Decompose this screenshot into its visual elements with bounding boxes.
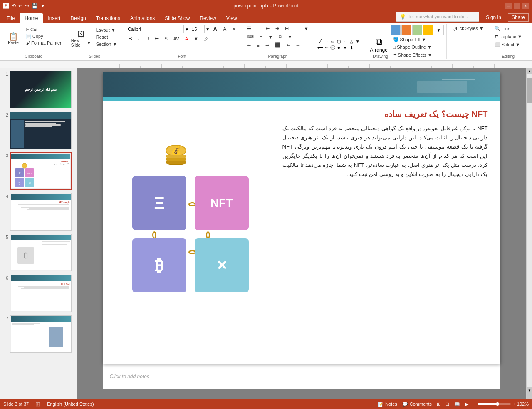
slide-thumb-5[interactable]: 5 ₿	[2, 233, 75, 272]
copy-button[interactable]: 📄 Copy	[24, 33, 63, 40]
shape-curve[interactable]: ⌒	[361, 39, 367, 45]
decrease-indent-button[interactable]: ⇤	[263, 25, 272, 32]
slide-thumb-7[interactable]: 7	[2, 315, 75, 354]
find-button[interactable]: 🔍 Find	[492, 25, 525, 32]
slide-thumb-4[interactable]: 4 تاریخچه NFT	[2, 192, 75, 231]
align-text-arrow[interactable]: ▼	[266, 34, 275, 40]
restore-button[interactable]: □	[514, 3, 520, 9]
replace-button[interactable]: ⇄ Replace ▼	[492, 33, 525, 40]
comments-button[interactable]: 💬 Comments	[402, 402, 432, 407]
clear-format-button[interactable]: ✕	[230, 26, 238, 33]
text-highlight-button[interactable]: 🖊	[202, 35, 211, 42]
underline-button[interactable]: U	[143, 35, 151, 42]
increase-indent-button[interactable]: ⇥	[273, 25, 282, 32]
tell-me-search[interactable]: 💡 Tell me what you want to do...	[396, 12, 479, 22]
font-color-arrow[interactable]: ▼	[191, 35, 201, 42]
notes-button[interactable]: 📝 Notes	[378, 402, 397, 407]
align-center-button[interactable]: ≡	[254, 42, 262, 49]
notes-area[interactable]: Click to add notes	[103, 364, 500, 389]
tab-slideshow[interactable]: Slide Show	[160, 13, 195, 23]
tab-insert[interactable]: Insert	[43, 13, 65, 23]
align-right-button[interactable]: ➡	[263, 42, 272, 49]
strikethrough-button[interactable]: S	[153, 35, 161, 42]
zoom-slider[interactable]	[478, 403, 511, 405]
line-spacing-arrow[interactable]: ▼	[302, 25, 311, 32]
new-slide-button[interactable]: 🖼 New Slide ▼	[69, 30, 93, 48]
arrange-button[interactable]: ⧉ Arrange	[369, 36, 389, 53]
slide-thumb-2[interactable]: 2	[2, 111, 75, 150]
tab-view[interactable]: View	[221, 13, 242, 23]
style-box-1[interactable]	[391, 25, 401, 35]
shape-more[interactable]: ▼	[355, 39, 361, 45]
slide-thumb-1[interactable]: 1 بسم الله الرحمن الرحیم	[2, 70, 75, 109]
scroll-down-button[interactable]: ▼	[527, 387, 532, 393]
tab-animations[interactable]: Animations	[125, 13, 160, 23]
minimize-button[interactable]: ─	[505, 3, 512, 9]
font-decrease-button[interactable]: A	[220, 25, 229, 33]
italic-button[interactable]: I	[136, 35, 142, 42]
font-increase-button[interactable]: A	[210, 25, 220, 33]
shape-arrow[interactable]: →	[324, 39, 329, 45]
main-slide-canvas[interactable]: 💰	[103, 72, 500, 364]
section-button[interactable]: Section ▼	[94, 41, 120, 47]
reset-button[interactable]: Reset	[94, 34, 120, 40]
rtl-button[interactable]: ⇐	[284, 42, 293, 49]
shape-star[interactable]: ★	[336, 45, 342, 51]
shape-oval[interactable]: ○	[342, 39, 348, 45]
paste-button[interactable]: 📋 Paste	[4, 32, 22, 46]
shape-connector[interactable]: ⟵	[317, 45, 323, 51]
slide-thumb-3[interactable]: 3 Ξ NFT ₿	[2, 151, 75, 191]
columns-button[interactable]: ⊞	[282, 25, 291, 32]
shape-fill-button[interactable]: 🪣 Shape Fill ▼	[391, 36, 444, 43]
shape-heart[interactable]: ♥	[342, 45, 348, 51]
slide-show-button[interactable]: ▶	[465, 402, 468, 407]
shape-effects-button[interactable]: ✦ Shape Effects ▼	[391, 51, 444, 58]
shape-rect[interactable]: ▭	[330, 39, 336, 45]
ltr-button[interactable]: ⇒	[294, 42, 302, 49]
numbering-button[interactable]: ≡	[255, 25, 262, 32]
tab-transitions[interactable]: Transitions	[91, 13, 125, 23]
text-direction-button[interactable]: ⌨	[245, 33, 256, 40]
tab-design[interactable]: Design	[65, 13, 91, 23]
scroll-thumb[interactable]	[527, 78, 532, 103]
slide-sorter-button[interactable]: ⊟	[445, 402, 449, 407]
scroll-up-button[interactable]: ▲	[527, 68, 532, 74]
zoom-out-button[interactable]: −	[473, 402, 476, 407]
format-painter-button[interactable]: 🖌 Format Painter	[24, 40, 63, 46]
bold-button[interactable]: B	[126, 35, 134, 42]
align-text-button[interactable]: ≡	[257, 34, 265, 40]
line-spacing-button[interactable]: ≣	[292, 25, 301, 32]
share-button[interactable]: Share	[508, 13, 529, 22]
close-button[interactable]: ✕	[522, 3, 529, 9]
bullets-button[interactable]: ☰	[245, 25, 254, 32]
shape-callout[interactable]: 💬	[330, 45, 336, 51]
shape-outline-button[interactable]: □ Shape Outline ▼	[391, 44, 444, 50]
font-color-button[interactable]: A	[183, 35, 191, 42]
quick-styles-arrow[interactable]: ▼	[434, 25, 444, 35]
reading-view-button[interactable]: 📖	[454, 402, 460, 407]
select-button[interactable]: ⬜ Select ▼	[492, 41, 525, 48]
shape-down-arrow[interactable]: ⬇	[349, 45, 354, 51]
normal-view-button[interactable]: ⊞	[437, 402, 440, 407]
shape-rounded[interactable]: ▢	[336, 39, 342, 45]
tab-home[interactable]: Home	[20, 13, 43, 23]
shape-tri[interactable]: △	[349, 39, 354, 45]
justify-button[interactable]: ⬛	[272, 42, 283, 49]
layout-button[interactable]: Layout ▼	[94, 27, 120, 33]
tab-review[interactable]: Review	[195, 13, 221, 23]
quick-styles-button[interactable]: Quick Styles ▼	[450, 25, 486, 32]
slide-thumb-6[interactable]: 6 انواع NFT	[2, 274, 75, 313]
font-name-input[interactable]	[126, 25, 184, 33]
char-spacing-button[interactable]: AV	[171, 35, 182, 42]
style-box-2[interactable]	[401, 25, 411, 35]
align-left-button[interactable]: ⬅	[245, 42, 253, 49]
shadow-button[interactable]: S	[162, 35, 170, 42]
style-box-4[interactable]	[423, 25, 433, 35]
vertical-scrollbar[interactable]: ▲ ▼	[526, 68, 532, 399]
shape-line[interactable]: ╱	[317, 39, 323, 45]
convert-smartart-arrow[interactable]: ▼	[285, 34, 295, 40]
font-size-input[interactable]	[190, 25, 205, 33]
shape-freeform[interactable]: ✏	[324, 45, 329, 51]
cut-button[interactable]: ✂ Cut	[24, 27, 63, 33]
sign-in-button[interactable]: Sign in	[483, 14, 505, 21]
